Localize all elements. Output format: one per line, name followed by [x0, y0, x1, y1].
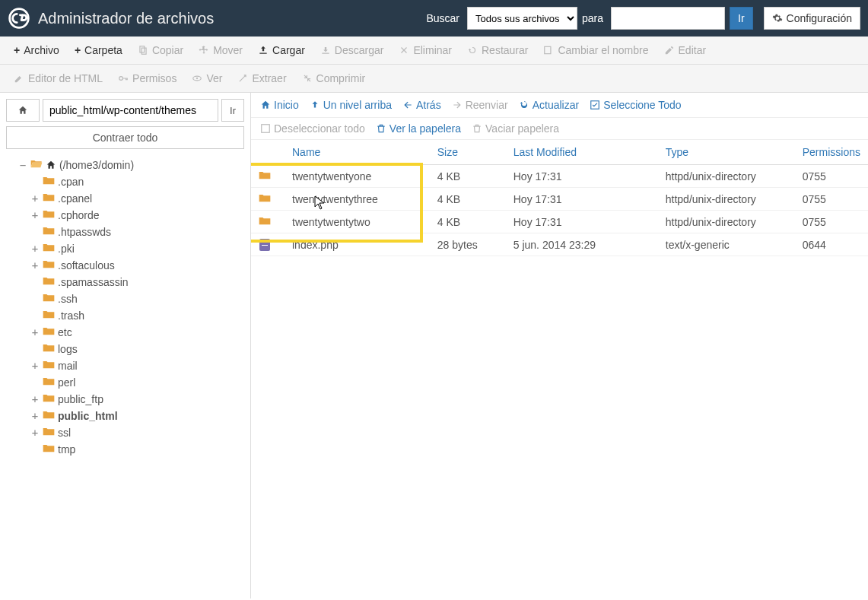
tree-item[interactable]: +ssl [30, 424, 244, 441]
folder-icon [43, 341, 55, 357]
col-name[interactable]: Name [285, 140, 430, 165]
search-go-button[interactable]: Ir [730, 7, 753, 30]
restore-button[interactable]: Restaurar [459, 40, 536, 61]
new-folder-button[interactable]: +Carpeta [67, 40, 130, 61]
tree-item-label: .spamassassin [58, 274, 129, 290]
path-bar: Ir [6, 99, 244, 122]
tree-toggle-plus-icon[interactable]: + [30, 408, 40, 424]
path-home-button[interactable] [6, 99, 40, 122]
tree-root[interactable]: − (/home3/domin) [18, 157, 244, 173]
home-icon [17, 105, 28, 116]
tree-item[interactable]: .spamassassin [30, 274, 244, 290]
view-trash-button[interactable]: Ver la papelera [376, 122, 461, 135]
html-editor-button[interactable]: Editor de HTML [6, 68, 110, 89]
delete-button[interactable]: Eliminar [391, 40, 459, 61]
tree-item[interactable]: +.pki [30, 240, 244, 257]
new-file-button[interactable]: +Archivo [6, 40, 67, 61]
tree-item[interactable]: .trash [30, 307, 244, 324]
col-icon[interactable] [251, 140, 285, 165]
nav-select-all-button[interactable]: Seleccione Todo [590, 99, 681, 111]
extract-button[interactable]: Extraer [230, 68, 294, 89]
tree-toggle-plus-icon[interactable]: + [30, 207, 40, 224]
search-group: Buscar Todos sus archivos para Ir Config… [426, 7, 860, 30]
cell-name: twentytwentythree [285, 188, 430, 211]
nav-home-button[interactable]: Inicio [260, 99, 299, 111]
settings-button[interactable]: Configuración [764, 7, 860, 30]
content-nav-bar: Inicio Un nivel arriba Atrás Reenviar Ac… [251, 93, 868, 118]
tree-item[interactable]: +.cpanel [30, 190, 244, 207]
tree-toggle-plus-icon[interactable]: + [30, 257, 40, 274]
table-row[interactable]: twentytwentythree4 KBHoy 17:31httpd/unix… [251, 188, 868, 211]
col-modified[interactable]: Last Modified [506, 140, 658, 165]
col-type[interactable]: Type [658, 140, 795, 165]
search-input[interactable] [611, 7, 725, 30]
tree-toggle-plus-icon[interactable]: + [30, 324, 40, 341]
cpanel-logo-icon [8, 7, 30, 30]
table-row[interactable]: twentytwentyone4 KBHoy 17:31httpd/unix-d… [251, 165, 868, 188]
tree-item[interactable]: .htpasswds [30, 224, 244, 240]
tree-toggle-plus-icon[interactable]: + [30, 240, 40, 257]
tree-item-label: .softaculous [58, 257, 115, 274]
path-input[interactable] [43, 99, 218, 122]
tree-toggle-plus-icon[interactable]: + [30, 391, 40, 408]
path-go-button[interactable]: Ir [221, 99, 244, 122]
collapse-all-button[interactable]: Contraer todo [6, 126, 244, 149]
search-scope-select[interactable]: Todos sus archivos [467, 7, 577, 30]
svg-rect-1 [140, 46, 145, 52]
tree-item[interactable]: tmp [30, 441, 244, 458]
folder-icon [43, 190, 55, 207]
deselect-all-button[interactable]: Deseleccionar todo [260, 122, 365, 135]
nav-forward-button[interactable]: Reenviar [452, 99, 508, 111]
tree-toggle-minus-icon[interactable]: − [18, 157, 27, 173]
empty-trash-button[interactable]: Vaciar papelera [472, 122, 559, 135]
cell-name: twentytwentytwo [285, 211, 430, 233]
view-button[interactable]: Ver [184, 68, 230, 89]
cell-modified: Hoy 17:31 [506, 211, 658, 233]
tree-toggle-plus-icon[interactable]: + [30, 424, 40, 441]
forward-arrow-icon [452, 100, 463, 110]
folder-icon [43, 290, 55, 307]
move-button[interactable]: Mover [191, 40, 250, 61]
permissions-button[interactable]: Permisos [110, 68, 184, 89]
tree-item[interactable]: +.cphorde [30, 207, 244, 224]
tree-item-label: public_ftp [58, 391, 103, 408]
download-button[interactable]: Descargar [313, 40, 392, 61]
tree-item[interactable]: +public_ftp [30, 391, 244, 408]
gear-icon [772, 13, 783, 24]
tree-item[interactable]: logs [30, 341, 244, 357]
cell-permissions: 0644 [795, 233, 868, 256]
tree-item[interactable]: .cpan [30, 173, 244, 190]
sidebar: Ir Contraer todo − (/home3/domin) .cpan+… [0, 93, 251, 598]
folder-icon [43, 274, 55, 290]
cell-type: text/x-generic [658, 233, 795, 256]
compress-icon [302, 73, 313, 84]
tree-item[interactable]: +etc [30, 324, 244, 341]
cell-size: 4 KB [430, 165, 506, 188]
tree-item-label: mail [58, 357, 78, 374]
content-area: Inicio Un nivel arriba Atrás Reenviar Ac… [251, 93, 868, 598]
col-size[interactable]: Size [430, 140, 506, 165]
table-row[interactable]: twentytwentytwo4 KBHoy 17:31httpd/unix-d… [251, 211, 868, 233]
table-row[interactable]: index.php28 bytes5 jun. 2014 23:29text/x… [251, 233, 868, 256]
svg-rect-3 [545, 46, 551, 53]
nav-back-button[interactable]: Atrás [402, 99, 441, 111]
col-permissions[interactable]: Permissions [795, 140, 868, 165]
nav-up-button[interactable]: Un nivel arriba [310, 99, 392, 111]
tree-toggle-plus-icon[interactable]: + [30, 190, 40, 207]
tree-toggle-plus-icon[interactable]: + [30, 357, 40, 374]
folder-icon [43, 224, 55, 240]
tree-item[interactable]: perl [30, 374, 244, 391]
cell-permissions: 0755 [795, 188, 868, 211]
tree-item[interactable]: .ssh [30, 290, 244, 307]
nav-reload-button[interactable]: Actualizar [519, 99, 579, 111]
upload-button[interactable]: Cargar [250, 40, 313, 61]
file-listing-area: Name Size Last Modified Type Permissions… [251, 140, 868, 598]
copy-button[interactable]: Copiar [130, 40, 191, 61]
tree-item[interactable]: +.softaculous [30, 257, 244, 274]
tree-item[interactable]: +mail [30, 357, 244, 374]
rename-button[interactable]: Cambiar el nombre [536, 40, 656, 61]
edit-button[interactable]: Editar [657, 40, 714, 61]
delete-icon [399, 45, 409, 56]
compress-button[interactable]: Comprimir [294, 68, 374, 89]
tree-item[interactable]: +public_html [30, 408, 244, 424]
